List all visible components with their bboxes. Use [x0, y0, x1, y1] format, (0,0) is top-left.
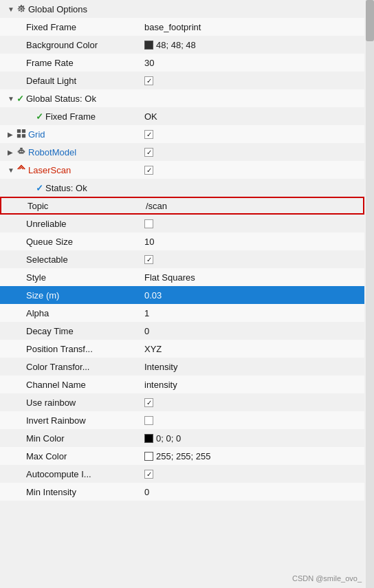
row-name-grid: Grid: [3, 129, 140, 140]
row-label-min-color: Min Color: [26, 433, 65, 444]
color-swatch-max-color[interactable]: [144, 452, 153, 461]
row-name-position-transf: Position Transf...: [3, 344, 140, 354]
row-value-queue-size: 10: [140, 237, 364, 247]
svg-point-7: [21, 151, 23, 152]
value-text-max-color: 255; 255; 255: [156, 451, 211, 461]
checkbox-default-light[interactable]: [144, 76, 153, 85]
row-autocompute-i[interactable]: Autocompute I...: [0, 465, 364, 483]
color-swatch-min-color[interactable]: [144, 434, 153, 443]
row-style[interactable]: StyleFlat Squares: [0, 268, 364, 286]
row-label-use-rainbow: Use rainbow: [26, 398, 76, 408]
row-label-unreliable: Unreliable: [26, 219, 67, 229]
row-position-transf[interactable]: Position Transf...XYZ: [0, 340, 364, 358]
row-fixed-frame-ok[interactable]: ✓Fixed FrameOK: [0, 107, 364, 125]
row-label-channel-name: Channel Name: [26, 380, 86, 390]
row-value-unreliable: [140, 219, 364, 228]
row-decay-time[interactable]: Decay Time0: [0, 322, 364, 340]
value-text-channel-name: intensity: [144, 380, 177, 390]
row-label-size-m: Size (m): [26, 290, 59, 301]
row-value-default-light: [140, 76, 364, 85]
checkbox-robot-model[interactable]: [144, 148, 153, 157]
row-name-fixed-frame-ok: ✓Fixed Frame: [3, 111, 140, 122]
checkbox-use-rainbow[interactable]: [144, 398, 153, 407]
displays-panel: Global OptionsFixed Framebase_footprintB…: [0, 0, 374, 588]
svg-rect-8: [18, 151, 19, 153]
row-name-global-options: Global Options: [3, 4, 140, 14]
color-swatch-background-color[interactable]: [144, 41, 153, 50]
row-name-laser-scan: LaserScan: [3, 164, 140, 176]
gear-icon: [16, 4, 26, 14]
row-value-channel-name: intensity: [140, 380, 364, 390]
row-size-m[interactable]: Size (m)0.03: [0, 286, 364, 304]
row-name-size-m: Size (m): [3, 290, 140, 301]
row-use-rainbow[interactable]: Use rainbow: [0, 393, 364, 411]
row-value-laser-scan: [140, 166, 364, 175]
row-invert-rainbow[interactable]: Invert Rainbow: [0, 411, 364, 429]
row-value-alpha: 1: [140, 308, 364, 318]
svg-rect-9: [24, 151, 25, 153]
row-name-unreliable: Unreliable: [3, 219, 140, 229]
row-label-alpha: Alpha: [26, 308, 49, 318]
row-label-fixed-frame: Fixed Frame: [26, 22, 76, 32]
row-background-color[interactable]: Background Color48; 48; 48: [0, 36, 364, 54]
row-name-invert-rainbow: Invert Rainbow: [3, 415, 140, 426]
row-alpha[interactable]: Alpha1: [0, 304, 364, 322]
row-unreliable[interactable]: Unreliable: [0, 215, 364, 232]
value-text-position-transf: XYZ: [144, 344, 162, 354]
robot-icon: [16, 146, 26, 158]
row-value-invert-rainbow: [140, 416, 364, 425]
laser-icon: [16, 164, 26, 176]
row-label-topic: Topic: [28, 201, 48, 211]
expand-arrow-global-options[interactable]: [8, 6, 14, 13]
row-name-status-ok: ✓Status: Ok: [3, 183, 140, 193]
row-value-robot-model: [140, 148, 364, 157]
expand-arrow-laser-scan[interactable]: [8, 166, 14, 174]
row-selectable[interactable]: Selectable: [0, 250, 364, 268]
row-color-transfor[interactable]: Color Transfor...Intensity: [0, 358, 364, 375]
row-name-background-color: Background Color: [3, 40, 140, 50]
row-global-options[interactable]: Global Options: [0, 0, 364, 18]
row-global-status[interactable]: ✓Global Status: Ok: [0, 89, 364, 107]
row-status-ok[interactable]: ✓Status: Ok: [0, 179, 364, 197]
row-max-color[interactable]: Max Color255; 255; 255: [0, 447, 364, 465]
row-name-queue-size: Queue Size: [3, 237, 140, 247]
value-text-min-intensity: 0: [144, 487, 149, 497]
row-min-color[interactable]: Min Color0; 0; 0: [0, 429, 364, 447]
checkbox-unreliable[interactable]: [144, 219, 153, 228]
expand-arrow-robot-model[interactable]: [8, 149, 14, 156]
checkmark-status-ok: ✓: [36, 183, 43, 193]
checkbox-grid[interactable]: [144, 130, 153, 139]
row-laser-scan[interactable]: LaserScan: [0, 161, 364, 179]
value-text-background-color: 48; 48; 48: [156, 40, 196, 50]
checkbox-invert-rainbow[interactable]: [144, 416, 153, 425]
row-frame-rate[interactable]: Frame Rate30: [0, 54, 364, 72]
value-text-topic: /scan: [146, 201, 167, 211]
checkbox-autocompute-i[interactable]: [144, 470, 153, 479]
svg-rect-0: [17, 129, 21, 132]
checkbox-laser-scan[interactable]: [144, 166, 153, 175]
row-label-min-intensity: Min Intensity: [26, 487, 76, 497]
row-queue-size[interactable]: Queue Size10: [0, 232, 364, 250]
checkbox-selectable[interactable]: [144, 255, 153, 264]
value-text-alpha: 1: [144, 308, 149, 318]
row-fixed-frame[interactable]: Fixed Framebase_footprint: [0, 18, 364, 36]
row-value-background-color: 48; 48; 48: [140, 40, 364, 50]
row-value-autocompute-i: [140, 470, 364, 479]
row-grid[interactable]: Grid: [0, 125, 364, 143]
row-default-light[interactable]: Default Light: [0, 72, 364, 89]
row-robot-model[interactable]: RobotModel: [0, 143, 364, 161]
row-label-color-transfor: Color Transfor...: [26, 362, 89, 372]
row-label-global-status: Global Status: Ok: [26, 94, 96, 104]
scrollbar[interactable]: [366, 0, 374, 588]
row-topic[interactable]: Topic/scan: [0, 197, 364, 215]
row-channel-name[interactable]: Channel Nameintensity: [0, 375, 364, 393]
row-min-intensity[interactable]: Min Intensity0: [0, 483, 364, 501]
row-value-frame-rate: 30: [140, 58, 364, 68]
expand-arrow-global-status[interactable]: [8, 95, 14, 102]
expand-arrow-grid[interactable]: [8, 131, 14, 138]
scrollbar-thumb[interactable]: [366, 0, 374, 41]
row-value-position-transf: XYZ: [140, 344, 364, 354]
row-label-robot-model: RobotModel: [28, 147, 76, 157]
row-label-background-color: Background Color: [26, 40, 98, 50]
value-text-fixed-frame: base_footprint: [144, 22, 201, 32]
